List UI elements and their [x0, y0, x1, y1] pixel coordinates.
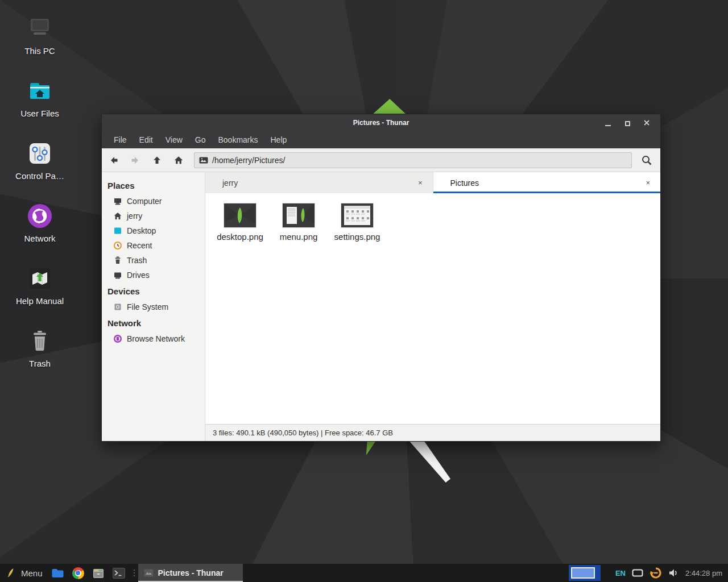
file-name: menu.png: [280, 232, 318, 242]
taskbar-window-button[interactable]: Pictures - Thunar: [138, 564, 243, 582]
home-icon: [113, 211, 122, 221]
tab-close-icon[interactable]: ×: [416, 177, 425, 188]
image-thumbnail: [283, 203, 315, 227]
file-settings-png[interactable]: settings.png: [329, 199, 386, 242]
network-globe-icon: [26, 202, 53, 230]
back-button[interactable]: [103, 151, 125, 170]
desktop-icon-label: User Files: [20, 109, 59, 118]
app-menu-button[interactable]: [0, 564, 20, 582]
wallpaper-feather-stem: [366, 442, 375, 455]
volume-icon[interactable]: [668, 568, 679, 578]
tab-close-icon[interactable]: ×: [643, 177, 652, 188]
titlebar[interactable]: Pictures - Thunar: [102, 114, 660, 131]
tab-bar: jerry × Pictures ×: [205, 172, 660, 193]
menu-go[interactable]: Go: [189, 131, 212, 148]
chrome-icon: [72, 567, 84, 579]
drive-icon: [113, 271, 122, 280]
sidebar-item-file-system[interactable]: File System: [102, 300, 205, 314]
computer-icon: [26, 15, 53, 42]
home-button[interactable]: [168, 151, 189, 170]
sidebar-item-desktop[interactable]: Desktop: [102, 223, 205, 238]
trash-icon: [113, 256, 122, 265]
chrome-launcher[interactable]: [68, 564, 88, 582]
tab-label: jerry: [222, 178, 238, 188]
menu-bookmarks[interactable]: Bookmarks: [212, 131, 264, 148]
tab-label: Pictures: [450, 178, 479, 188]
sidebar-header-network: Network: [102, 314, 205, 331]
maximize-icon[interactable]: [624, 119, 631, 126]
sidebar-item-trash[interactable]: Trash: [102, 253, 205, 268]
folder-icon: [51, 568, 64, 579]
menu-file[interactable]: File: [107, 131, 133, 148]
sidebar-item-drives[interactable]: Drives: [102, 268, 205, 282]
desktop-icon-user-files[interactable]: User Files: [0, 77, 80, 118]
window-title: Pictures - Thunar: [102, 119, 660, 127]
tab-pictures[interactable]: Pictures ×: [433, 172, 661, 193]
desktop-icon-label: Help Manual: [16, 296, 64, 306]
globe-icon: [113, 334, 122, 343]
desktop-icon-network[interactable]: Network: [0, 202, 80, 243]
sidebar-header-devices: Devices: [102, 282, 205, 300]
sidebar-item-label: File System: [127, 302, 168, 311]
file-menu-png[interactable]: menu.png: [270, 199, 327, 242]
path-text: /home/jerry/Pictures/: [212, 156, 285, 165]
window-controls: [605, 119, 660, 126]
menu-edit[interactable]: Edit: [133, 131, 159, 148]
menu-button-label[interactable]: Menu: [20, 568, 47, 578]
desktop-icon-label: Control Pa…: [15, 171, 64, 181]
display-icon[interactable]: [632, 568, 643, 577]
toolbar: /home/jerry/Pictures/: [102, 148, 660, 172]
desktop-icon-help-manual[interactable]: Help Manual: [0, 265, 80, 306]
file-name: desktop.png: [217, 232, 263, 242]
file-desktop-png[interactable]: desktop.png: [212, 199, 268, 242]
computer-icon: [113, 197, 122, 206]
menu-view[interactable]: View: [159, 131, 189, 148]
file-cabinet-icon: [92, 567, 105, 579]
file-name: settings.png: [334, 232, 380, 242]
up-button[interactable]: [146, 151, 168, 170]
status-bar: 3 files: 490.1 kB (490,050 bytes) | Free…: [205, 424, 660, 441]
search-icon: [641, 155, 652, 166]
minimize-icon[interactable]: [605, 119, 611, 126]
desktop-icon-this-pc[interactable]: This PC: [0, 15, 80, 56]
home-icon: [173, 155, 184, 165]
workspace-switcher[interactable]: [569, 565, 601, 581]
search-button[interactable]: [636, 151, 657, 170]
sidebar-item-label: Computer: [127, 197, 162, 206]
main-area: Places Computer jerry Desktop Recent Tra…: [102, 172, 660, 441]
help-manual-icon: [26, 265, 53, 292]
clock-icon: [113, 241, 122, 250]
clock[interactable]: 2:44:28 pm: [685, 569, 722, 577]
file-manager-launcher[interactable]: [47, 564, 68, 582]
update-manager-icon[interactable]: [650, 567, 662, 579]
linux-lite-feather-icon: [5, 567, 16, 579]
sidebar-item-jerry[interactable]: jerry: [102, 209, 205, 223]
sidebar-item-recent[interactable]: Recent: [102, 238, 205, 253]
archive-launcher[interactable]: [88, 564, 109, 582]
sidebar-item-browse-network[interactable]: Browse Network: [102, 331, 205, 346]
sidebar-item-computer[interactable]: Computer: [102, 194, 205, 209]
sidebar-header-places: Places: [102, 177, 205, 194]
menu-help[interactable]: Help: [264, 131, 293, 148]
path-bar[interactable]: /home/jerry/Pictures/: [194, 152, 632, 168]
image-file-icon: [199, 157, 208, 164]
desktop-icon: [113, 226, 122, 235]
thunar-task-icon: [144, 569, 154, 577]
forward-button[interactable]: [125, 151, 146, 170]
tab-jerry[interactable]: jerry ×: [205, 172, 433, 193]
sidebar-item-label: Recent: [127, 241, 152, 250]
taskbar: Menu Pictures - Thunar EN 2:44:28 pm: [0, 564, 728, 582]
sidebar-item-label: jerry: [127, 211, 142, 221]
image-thumbnail: [341, 203, 373, 227]
desktop-icon-label: This PC: [24, 46, 55, 56]
image-thumbnail: [224, 203, 256, 227]
desktop-icon-control-panel[interactable]: Control Pa…: [0, 140, 80, 181]
terminal-icon: [113, 568, 125, 579]
terminal-launcher[interactable]: [109, 564, 129, 582]
trash-icon: [26, 327, 53, 355]
keyboard-layout-indicator[interactable]: EN: [615, 569, 626, 577]
close-icon[interactable]: [643, 119, 650, 126]
back-arrow-icon: [109, 155, 119, 165]
desktop-icon-trash[interactable]: Trash: [0, 327, 80, 368]
panel-grip-handle[interactable]: [129, 569, 138, 576]
